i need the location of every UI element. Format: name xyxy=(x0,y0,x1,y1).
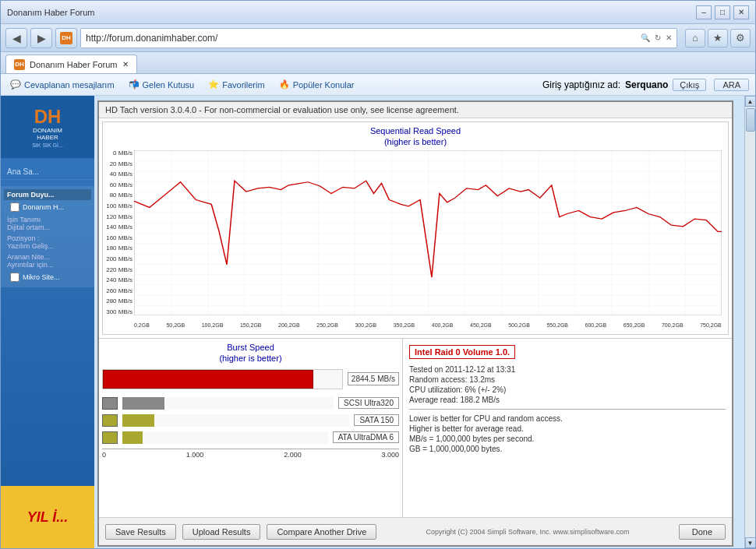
mikro-label: Mikro Site... xyxy=(23,273,60,281)
logout-button[interactable]: Çıkış xyxy=(673,79,706,91)
tab-close-icon[interactable]: ✕ xyxy=(122,60,129,69)
ata-bar-fill xyxy=(122,431,143,444)
tab-label: Donanım Haber Forum xyxy=(30,60,118,69)
x-axis: 0,2GB 50,2GB 100,2GB 150,2GB 200,2GB 250… xyxy=(134,315,722,334)
stop-icon: ✕ xyxy=(666,33,672,42)
fav-inbox[interactable]: 📬 Gelen Kutusu xyxy=(125,78,198,91)
window-title: Donanım Haber Forum xyxy=(7,8,95,17)
aranan-nitelik: Aranan Nite... Ayrıntılar için... xyxy=(4,252,91,270)
search-button[interactable]: ARA xyxy=(714,79,749,91)
aranan-sub: Ayrıntılar için... xyxy=(7,261,88,269)
sidebar-banner: YIL İ... xyxy=(1,486,94,548)
favorites-button[interactable]: ★ xyxy=(708,29,728,48)
upload-results-button[interactable]: Upload Results xyxy=(182,524,261,540)
settings-button[interactable]: ⚙ xyxy=(730,29,751,48)
browser-window: Donanım Haber Forum – □ ✕ ◀ ▶ DH http://… xyxy=(0,0,756,549)
info-drive-title: Intel Raid 0 Volume 1.0. xyxy=(415,347,510,357)
y-label-7: 160 MB/s xyxy=(106,235,132,241)
scroll-down-button[interactable]: ▼ xyxy=(745,537,756,548)
info-note-0: Lower is better for CPU and random acces… xyxy=(409,414,726,423)
main-content: HD Tach version 3.0.4.0 - For non-commer… xyxy=(94,96,744,548)
sata-bar-track xyxy=(122,414,349,427)
star-icon: ⭐ xyxy=(208,79,219,90)
close-button[interactable]: ✕ xyxy=(733,5,749,19)
active-tab[interactable]: DH Donanım Haber Forum ✕ xyxy=(5,55,137,73)
x-label-13: 650,2GB xyxy=(624,322,645,328)
home-button[interactable]: ⌂ xyxy=(685,29,705,48)
sata-bar-row: SATA 150 xyxy=(102,414,399,427)
compare-drive-button[interactable]: Compare Another Drive xyxy=(267,524,376,540)
x-label-15: 750,2GB xyxy=(700,322,722,328)
pozisyon: Pozisyon : Yazılım Geliş... xyxy=(4,233,91,252)
x-label-2: 100,2GB xyxy=(202,322,224,328)
sidebar: DH DONANIMHABER SIK SIK Gİ... Ana Sa... … xyxy=(1,96,94,548)
chart-grid xyxy=(134,150,722,315)
chart-title-line2: (higher is better) xyxy=(103,136,728,147)
tab-favicon: DH xyxy=(14,59,25,70)
chart-svg xyxy=(134,150,722,315)
fav-popular-label: Popüler Konular xyxy=(293,80,355,90)
scroll-thumb[interactable] xyxy=(746,108,755,132)
fav-popular[interactable]: 🔥 Popüler Konular xyxy=(276,78,358,91)
back-button[interactable]: ◀ xyxy=(5,28,27,48)
hdtach-footer: Save Results Upload Results Compare Anot… xyxy=(99,517,732,545)
y-label-13: 40 MB/s xyxy=(110,171,132,178)
mikro-checkbox[interactable] xyxy=(10,273,19,282)
done-button[interactable]: Done xyxy=(679,524,726,540)
y-label-1: 280 MB/s xyxy=(106,298,132,304)
x-label-12: 600,2GB xyxy=(585,322,607,328)
address-text: http://forum.donanimhaber.com/ xyxy=(86,33,638,44)
info-divider xyxy=(409,409,726,410)
sata-bar-color xyxy=(102,414,118,427)
info-title-box: Intel Raid 0 Volume 1.0. xyxy=(409,345,515,359)
dh-icon[interactable]: DH xyxy=(55,28,77,48)
username: Serquano xyxy=(625,79,668,90)
scroll-up-button[interactable]: ▲ xyxy=(745,96,756,107)
messages-icon: 💬 xyxy=(10,79,21,90)
fav-favorites-label: Favorilerim xyxy=(222,80,264,90)
y-label-0: 300 MB/s xyxy=(106,309,132,315)
hdtach-title: HD Tach version 3.0.4.0 - For non-commer… xyxy=(99,102,732,118)
y-label-9: 120 MB/s xyxy=(106,214,132,220)
save-results-button[interactable]: Save Results xyxy=(105,524,176,540)
burst-bar-fill xyxy=(103,370,313,389)
info-note-2: MB/s = 1,000,000 bytes per second. xyxy=(409,435,726,443)
sequential-read-chart: Sequential Read Speed (higher is better)… xyxy=(102,121,729,335)
burst-x-0: 0 xyxy=(102,451,106,459)
y-label-8: 140 MB/s xyxy=(106,224,132,231)
info-note-3: GB = 1,000,000,000 bytes. xyxy=(409,445,726,453)
sidebar-item-home[interactable]: Ana Sa... xyxy=(1,164,94,180)
isin-tanimi: İşin Tanımı Dijital ortam... xyxy=(4,214,91,233)
main-burst-bar-container: 2844.5 MB/s xyxy=(102,369,399,389)
ata-bar-color xyxy=(102,431,118,444)
fav-messages[interactable]: 💬 Cevaplanan mesajlarım xyxy=(7,78,118,91)
minimize-button[interactable]: – xyxy=(696,5,712,19)
x-label-5: 250,2GB xyxy=(316,322,338,328)
burst-title-line1: Burst Speed xyxy=(102,342,399,353)
donanim-checkbox[interactable] xyxy=(10,202,19,212)
forward-button[interactable]: ▶ xyxy=(30,28,52,48)
x-label-8: 400,2GB xyxy=(432,322,454,328)
y-label-4: 220 MB/s xyxy=(106,267,132,273)
search-icon: 🔍 xyxy=(641,33,650,42)
hdtach-body: Sequential Read Speed (higher is better)… xyxy=(99,118,732,517)
logo-dh: DH xyxy=(32,106,63,128)
inbox-icon: 📬 xyxy=(129,79,140,90)
x-label-4: 200,2GB xyxy=(278,322,300,328)
fav-favorites[interactable]: ⭐ Favorilerim xyxy=(205,78,267,91)
login-area: Giriş yaptığınız ad: Serquano Çıkış ARA xyxy=(542,79,749,91)
x-label-10: 500,2GB xyxy=(508,322,530,328)
tab-bar: DH Donanım Haber Forum ✕ xyxy=(1,52,755,74)
isin-sub: Dijital ortam... xyxy=(7,223,88,231)
address-bar[interactable]: http://forum.donanimhaber.com/ 🔍 ↻ ✕ xyxy=(80,28,677,48)
burst-panel: Burst Speed (higher is better) 2844.5 MB… xyxy=(99,339,403,517)
maximize-button[interactable]: □ xyxy=(715,5,730,19)
info-panel: Intel Raid 0 Volume 1.0. Tested on 2011-… xyxy=(403,339,732,517)
ata-bar-track xyxy=(122,431,328,444)
scsi-bar-track xyxy=(122,397,334,410)
ata-bar-row: ATA UltraDMA 6 xyxy=(102,431,399,444)
hdtach-window: HD Tach version 3.0.4.0 - For non-commer… xyxy=(97,100,733,547)
info-line-1: Random access: 13.2ms xyxy=(409,375,726,384)
scsi-label: SCSI Ultra320 xyxy=(338,397,399,409)
y-label-15: 0 MB/s xyxy=(113,150,132,157)
